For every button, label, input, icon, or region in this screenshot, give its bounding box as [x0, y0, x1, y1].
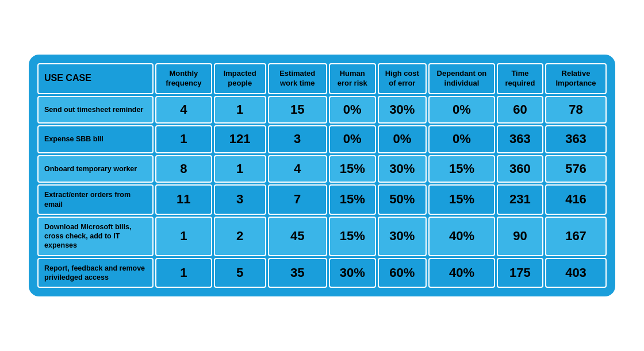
value-cell: 576: [545, 155, 607, 183]
table-row: Download Microsoft bills, cross check, a…: [37, 217, 607, 256]
value-cell: 35: [268, 258, 327, 288]
header-time-required: Time required: [497, 63, 543, 94]
value-cell: 15%: [329, 217, 376, 256]
value-cell: 363: [545, 125, 607, 153]
table-row: Expense SBB bill112130%0%0%363363: [37, 125, 607, 153]
value-cell: 78: [545, 96, 607, 124]
header-high-cost-of-error: High cost of error: [378, 63, 427, 94]
header-estimated-work-time: Estimated work time: [268, 63, 327, 94]
value-cell: 8: [155, 155, 212, 183]
value-cell: 0%: [428, 96, 495, 124]
header-relative-importance: Relative Importance: [545, 63, 607, 94]
value-cell: 60: [497, 96, 543, 124]
value-cell: 1: [155, 125, 212, 153]
value-cell: 416: [545, 184, 607, 215]
value-cell: 15%: [428, 155, 495, 183]
header-human-error-risk: Human eror risk: [329, 63, 376, 94]
value-cell: 50%: [378, 184, 427, 215]
use-case-cell: Onboard temporary worker: [37, 155, 154, 183]
value-cell: 4: [268, 155, 327, 183]
value-cell: 0%: [329, 96, 376, 124]
use-case-cell: Report, feedback and remove priviledged …: [37, 258, 154, 288]
value-cell: 2: [214, 217, 266, 256]
value-cell: 3: [268, 125, 327, 153]
use-case-cell: Expense SBB bill: [37, 125, 154, 153]
use-case-cell: Extract/enter orders from email: [37, 184, 154, 215]
table-row: Onboard temporary worker81415%30%15%3605…: [37, 155, 607, 183]
value-cell: 15: [268, 96, 327, 124]
use-case-cell: Send out timesheet reminder: [37, 96, 154, 124]
value-cell: 167: [545, 217, 607, 256]
value-cell: 7: [268, 184, 327, 215]
value-cell: 4: [155, 96, 212, 124]
value-cell: 15%: [329, 155, 376, 183]
value-cell: 175: [497, 258, 543, 288]
header-use-case: USE CASE: [37, 63, 154, 94]
value-cell: 45: [268, 217, 327, 256]
table-row: Send out timesheet reminder41150%30%0%60…: [37, 96, 607, 124]
value-cell: 3: [214, 184, 266, 215]
value-cell: 360: [497, 155, 543, 183]
header-dependant-on-individual: Dependant on individual: [428, 63, 495, 94]
value-cell: 15%: [428, 184, 495, 215]
value-cell: 11: [155, 184, 212, 215]
header-monthly-frequency: Monthly frequency: [155, 63, 212, 94]
value-cell: 40%: [428, 258, 495, 288]
value-cell: 121: [214, 125, 266, 153]
value-cell: 363: [497, 125, 543, 153]
value-cell: 90: [497, 217, 543, 256]
value-cell: 0%: [428, 125, 495, 153]
value-cell: 40%: [428, 217, 495, 256]
value-cell: 30%: [378, 217, 427, 256]
use-case-cell: Download Microsoft bills, cross check, a…: [37, 217, 154, 256]
value-cell: 30%: [378, 96, 427, 124]
value-cell: 15%: [329, 184, 376, 215]
use-case-table: USE CASE Monthly frequency Impacted peop…: [36, 61, 608, 290]
value-cell: 1: [155, 258, 212, 288]
table-row: Report, feedback and remove priviledged …: [37, 258, 607, 288]
value-cell: 1: [155, 217, 212, 256]
table-row: Extract/enter orders from email113715%50…: [37, 184, 607, 215]
value-cell: 403: [545, 258, 607, 288]
value-cell: 30%: [378, 155, 427, 183]
table-container: USE CASE Monthly frequency Impacted peop…: [29, 55, 615, 296]
value-cell: 30%: [329, 258, 376, 288]
value-cell: 5: [214, 258, 266, 288]
header-impacted-people: Impacted people: [214, 63, 266, 94]
value-cell: 1: [214, 96, 266, 124]
value-cell: 60%: [378, 258, 427, 288]
value-cell: 1: [214, 155, 266, 183]
value-cell: 0%: [378, 125, 427, 153]
value-cell: 231: [497, 184, 543, 215]
value-cell: 0%: [329, 125, 376, 153]
